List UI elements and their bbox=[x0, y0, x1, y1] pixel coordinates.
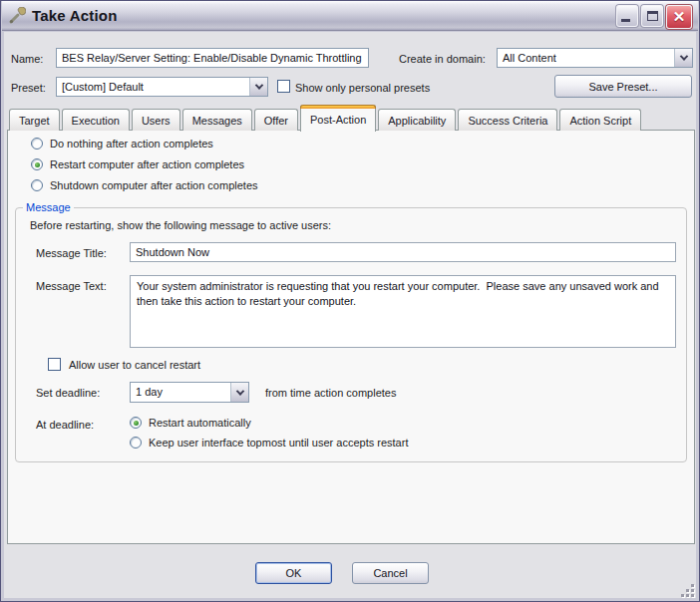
message-title-input[interactable]: Shutdown Now bbox=[130, 242, 676, 262]
tab-strip: TargetExecutionUsersMessagesOfferPost-Ac… bbox=[9, 104, 643, 131]
tab-label: Users bbox=[142, 115, 171, 127]
maximize-icon bbox=[647, 11, 658, 21]
tab-execution[interactable]: Execution bbox=[62, 109, 130, 131]
message-title-label: Message Title: bbox=[36, 247, 107, 259]
tab-label: Post-Action bbox=[310, 114, 366, 126]
show-personal-presets-checkbox[interactable] bbox=[277, 80, 290, 93]
deadline-select[interactable]: 1 day bbox=[130, 382, 249, 403]
tab-target[interactable]: Target bbox=[9, 109, 60, 131]
tab-label: Success Criteria bbox=[468, 115, 547, 127]
chevron-down-icon bbox=[235, 387, 243, 395]
chevron-down-icon bbox=[679, 52, 687, 60]
completion-radio-label: Restart computer after action completes bbox=[50, 158, 244, 170]
tab-label: Offer bbox=[264, 115, 288, 127]
completion-radio[interactable] bbox=[31, 138, 43, 150]
message-groupbox: Message Before restarting, show the foll… bbox=[15, 207, 687, 462]
cancel-button[interactable]: Cancel bbox=[352, 562, 429, 584]
message-text-input[interactable]: Your system administrator is requesting … bbox=[130, 275, 676, 348]
set-deadline-label: Set deadline: bbox=[36, 387, 100, 399]
title-bar[interactable]: Take Action ✕ bbox=[2, 1, 698, 31]
at-deadline-label: At deadline: bbox=[36, 419, 94, 431]
message-intro-text: Before restarting, show the following me… bbox=[30, 219, 331, 231]
minimize-icon bbox=[621, 19, 630, 22]
ok-button[interactable]: OK bbox=[255, 562, 332, 584]
message-text-label: Message Text: bbox=[36, 280, 107, 292]
at-deadline-option[interactable]: Restart automatically bbox=[130, 417, 408, 429]
preset-select[interactable]: [Custom] Default bbox=[56, 77, 268, 97]
close-button[interactable]: ✕ bbox=[666, 5, 692, 29]
completion-radio-label: Shutdown computer after action completes bbox=[50, 179, 258, 191]
tab-label: Action Script bbox=[569, 115, 631, 127]
name-label: Name: bbox=[11, 53, 43, 65]
deadline-selected-value: 1 day bbox=[131, 383, 230, 402]
allow-cancel-label: Allow user to cancel restart bbox=[69, 359, 200, 371]
save-preset-button[interactable]: Save Preset... bbox=[554, 75, 692, 98]
completion-option[interactable]: Shutdown computer after action completes bbox=[31, 179, 258, 191]
window-title: Take Action bbox=[32, 7, 118, 24]
wrench-icon bbox=[8, 7, 26, 25]
at-deadline-options-group: Restart automaticallyKeep user interface… bbox=[130, 417, 408, 449]
tab-users[interactable]: Users bbox=[132, 109, 180, 131]
completion-option[interactable]: Restart computer after action completes bbox=[31, 158, 258, 170]
take-action-dialog: Take Action ✕ Name: BES Relay/Server Set… bbox=[0, 0, 700, 602]
tab-label: Applicability bbox=[388, 115, 446, 127]
allow-cancel-row[interactable]: Allow user to cancel restart bbox=[48, 358, 200, 371]
domain-select[interactable]: All Content bbox=[497, 48, 693, 68]
tab-offer[interactable]: Offer bbox=[254, 109, 298, 131]
domain-selected-value: All Content bbox=[498, 49, 674, 67]
tab-post-action[interactable]: Post-Action bbox=[300, 105, 376, 132]
tab-label: Execution bbox=[72, 115, 120, 127]
maximize-button[interactable] bbox=[641, 5, 663, 27]
close-icon: ✕ bbox=[667, 6, 691, 28]
completion-radio[interactable] bbox=[31, 158, 43, 170]
at-deadline-radio-label: Restart automatically bbox=[149, 417, 251, 429]
tab-messages[interactable]: Messages bbox=[182, 109, 252, 131]
resize-grip-icon[interactable] bbox=[681, 584, 694, 597]
name-input[interactable]: BES Relay/Server Setting: Enable/Disable… bbox=[56, 48, 369, 68]
preset-dropdown-button[interactable] bbox=[249, 78, 267, 96]
minimize-button[interactable] bbox=[616, 5, 638, 27]
at-deadline-radio-label: Keep user interface topmost until user a… bbox=[149, 437, 408, 449]
deadline-dropdown-button[interactable] bbox=[230, 383, 248, 402]
create-in-domain-label: Create in domain: bbox=[399, 53, 486, 65]
completion-options-group: Do nothing after action completesRestart… bbox=[31, 138, 258, 191]
at-deadline-radio[interactable] bbox=[130, 417, 142, 429]
allow-cancel-checkbox[interactable] bbox=[48, 358, 61, 371]
domain-dropdown-button[interactable] bbox=[674, 49, 692, 67]
message-group-label: Message bbox=[23, 201, 74, 213]
tab-label: Target bbox=[19, 115, 50, 127]
tab-action-script[interactable]: Action Script bbox=[559, 109, 641, 131]
tab-success-criteria[interactable]: Success Criteria bbox=[458, 109, 557, 131]
deadline-suffix-text: from time action completes bbox=[265, 387, 396, 399]
preset-label: Preset: bbox=[11, 82, 46, 94]
preset-selected-value: [Custom] Default bbox=[57, 78, 249, 96]
chevron-down-icon bbox=[254, 81, 262, 89]
completion-option[interactable]: Do nothing after action completes bbox=[31, 138, 258, 150]
tab-applicability[interactable]: Applicability bbox=[378, 109, 456, 131]
at-deadline-option[interactable]: Keep user interface topmost until user a… bbox=[130, 437, 408, 449]
tab-label: Messages bbox=[192, 115, 242, 127]
at-deadline-radio[interactable] bbox=[130, 437, 142, 449]
completion-radio-label: Do nothing after action completes bbox=[50, 138, 213, 150]
completion-radio[interactable] bbox=[31, 179, 43, 191]
show-personal-presets-label: Show only personal presets bbox=[295, 82, 430, 94]
